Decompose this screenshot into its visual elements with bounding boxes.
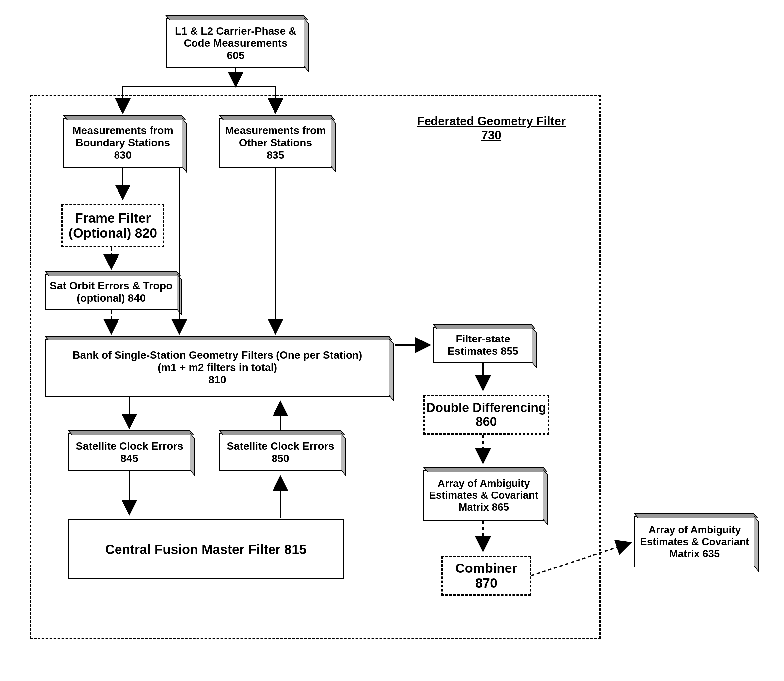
node-835: Measurements from Other Stations 835 [219,118,332,168]
node-855-l1: Filter-state [456,333,510,345]
node-830-l1: Measurements from [72,124,173,137]
node-865-l1: Array of Ambiguity [438,478,530,489]
node-635-l3: Matrix 635 [670,548,720,560]
node-820-l1: Frame Filter [75,211,151,226]
node-845-id: 845 [120,452,138,465]
node-605: L1 & L2 Carrier-Phase & Code Measurement… [166,18,306,68]
node-820: Frame Filter (Optional) 820 [62,204,164,247]
node-635-l1: Array of Ambiguity [649,524,741,536]
node-855-l2: Estimates 855 [447,345,518,358]
node-605-l1: L1 & L2 Carrier-Phase & [175,25,296,37]
node-860-id: 860 [476,415,497,429]
node-835-l1: Measurements from [225,124,326,137]
node-840-l1: Sat Orbit Errors & Tropo [50,280,173,292]
node-810-l2: (m1 + m2 filters in total) [158,361,277,374]
node-635: Array of Ambiguity Estimates & Covariant… [634,516,755,567]
node-830: Measurements from Boundary Stations 830 [63,118,182,168]
node-845-l1: Satellite Clock Errors [76,440,183,452]
node-830-l2: Boundary Stations [76,137,170,149]
node-605-id: 605 [227,49,244,62]
node-810: Bank of Single-Station Geometry Filters … [45,339,390,397]
node-835-id: 835 [266,149,284,161]
node-865: Array of Ambiguity Estimates & Covariant… [423,470,544,521]
node-860-l1: Double Differencing [426,401,546,415]
node-850-l1: Satellite Clock Errors [227,440,334,452]
node-635-l2: Estimates & Covariant [640,536,749,548]
node-855: Filter-state Estimates 855 [433,327,533,363]
node-850: Satellite Clock Errors 850 [219,433,342,471]
node-810-l1: Bank of Single-Station Geometry Filters … [73,349,363,361]
node-870: Combiner 870 [442,556,531,596]
node-850-id: 850 [271,452,289,465]
node-840-l2: (optional) 840 [77,292,146,304]
node-810-id: 810 [209,374,226,386]
title-id: 730 [481,128,501,142]
node-845: Satellite Clock Errors 845 [68,433,191,471]
node-860: Double Differencing 860 [423,395,549,435]
node-840: Sat Orbit Errors & Tropo (optional) 840 [45,274,177,310]
node-835-l2: Other Stations [239,137,312,149]
node-815: Central Fusion Master Filter 815 [68,519,344,579]
node-815-l1: Central Fusion Master Filter 815 [105,542,307,557]
node-865-l3: Matrix 865 [459,502,509,513]
node-605-l2: Code Measurements [184,37,288,49]
node-865-l2: Estimates & Covariant [429,489,539,502]
node-830-id: 830 [114,149,131,161]
node-870-id: 870 [475,576,497,591]
node-820-l2: (Optional) 820 [69,226,157,241]
container-title: Federated Geometry Filter 730 [405,114,578,143]
title-text: Federated Geometry Filter [417,114,565,128]
node-870-l1: Combiner [455,561,518,576]
